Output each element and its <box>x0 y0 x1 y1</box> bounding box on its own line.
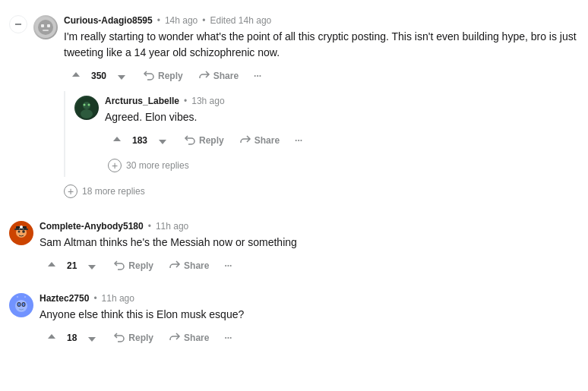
comment-thread: Curious-Adagio8595 • 14h ago • Edited 14… <box>0 0 588 362</box>
comment-edited-value: Edited 14h ago <box>210 15 272 26</box>
upvote-button-2[interactable] <box>40 257 64 275</box>
comment-text: I'm really starting to wonder what's the… <box>64 29 579 61</box>
nested-more-icon: ··· <box>295 135 302 146</box>
more-replies-18-label: 18 more replies <box>82 186 145 197</box>
svg-point-24 <box>23 303 25 306</box>
downvote-button[interactable] <box>109 67 134 85</box>
avatar <box>33 15 58 39</box>
comment-body-2: Complete-Anybody5180 • 11h ago Sam Altma… <box>40 221 579 275</box>
more-icon-2: ··· <box>224 260 232 271</box>
nested-reply-label: Reply <box>199 135 224 146</box>
avatar-complete <box>9 221 33 245</box>
svg-point-10 <box>88 104 90 106</box>
svg-rect-4 <box>47 24 50 27</box>
comment-edited: • <box>202 15 205 26</box>
vote-count-3: 18 <box>67 333 77 343</box>
svg-point-9 <box>84 104 86 106</box>
avatar-haztec <box>9 293 33 317</box>
reply-button-3[interactable]: Reply <box>107 329 160 347</box>
comment-item: Curious-Adagio8595 • 14h ago • Edited 14… <box>0 9 588 209</box>
nested-upvote-button[interactable] <box>105 131 129 150</box>
vote-group-3: 18 <box>40 329 104 347</box>
plus-icon-18: + <box>64 184 77 198</box>
share-label: Share <box>213 71 239 81</box>
share-button-2[interactable]: Share <box>163 257 215 275</box>
nested-more-button[interactable]: ··· <box>289 132 308 149</box>
share-label-2: Share <box>184 260 209 271</box>
svg-point-18 <box>22 230 25 233</box>
comment-time: • <box>157 15 160 26</box>
nested-share-label: Share <box>254 135 280 146</box>
more-button-3[interactable]: ··· <box>218 330 238 346</box>
reply-label-3: Reply <box>128 333 153 343</box>
vote-count: 350 <box>91 71 106 81</box>
svg-point-26 <box>17 296 18 298</box>
more-replies-18[interactable]: + 18 more replies <box>64 180 579 203</box>
comment-text-2: Sam Altman thinks he's the Messiah now o… <box>40 235 579 251</box>
comment-body: Curious-Adagio8595 • 14h ago • Edited 14… <box>64 15 579 203</box>
username-3: Haztec2750 <box>40 293 89 304</box>
svg-point-8 <box>81 109 93 118</box>
vote-group: 350 <box>64 67 134 85</box>
nested-comment-body: Arcturus_Labelle • 13h ago Agreed. Elon … <box>105 96 579 150</box>
svg-rect-16 <box>14 229 28 230</box>
nested-comment-header: Arcturus_Labelle • 13h ago <box>105 96 579 106</box>
nested-vote-count: 183 <box>132 135 147 146</box>
svg-point-28 <box>24 296 26 298</box>
more-icon-3: ··· <box>224 333 232 343</box>
nested-action-bar: 183 Reply Share <box>105 131 579 150</box>
vote-count-2: 21 <box>67 260 77 271</box>
plus-icon: + <box>108 159 122 172</box>
share-label-3: Share <box>184 333 209 343</box>
svg-point-2 <box>38 20 53 35</box>
nested-time: 13h ago <box>191 96 224 106</box>
upvote-button[interactable] <box>64 67 88 85</box>
comment-header-2: Complete-Anybody5180 • 11h ago <box>40 221 579 232</box>
action-bar-3: 18 Reply Share ··· <box>40 329 579 347</box>
comment-time-value: 14h ago <box>165 15 198 26</box>
downvote-button-3[interactable] <box>80 329 104 347</box>
share-button-3[interactable]: Share <box>163 329 215 347</box>
nested-comment: Arcturus_Labelle • 13h ago Agreed. Elon … <box>74 91 579 154</box>
reply-label-2: Reply <box>128 260 153 271</box>
nested-comment-container: Arcturus_Labelle • 13h ago Agreed. Elon … <box>64 91 579 177</box>
action-bar: 350 Reply Share ··· <box>64 67 579 85</box>
collapse-button[interactable] <box>9 15 27 33</box>
avatar <box>74 96 99 120</box>
comment-text-3: Anyone else think this is Elon musk esqu… <box>40 307 579 323</box>
svg-rect-3 <box>41 24 44 27</box>
nested-share-button[interactable]: Share <box>233 131 286 150</box>
comment-item-3: Haztec2750 • 11h ago Anyone else think t… <box>0 287 588 353</box>
reply-label: Reply <box>158 71 183 81</box>
nested-reply-button[interactable]: Reply <box>178 131 230 150</box>
time-2: 11h ago <box>156 221 188 232</box>
nested-downvote-button[interactable] <box>150 131 175 150</box>
time-3: 11h ago <box>102 293 134 304</box>
more-replies-30[interactable]: + 30 more replies <box>74 154 579 177</box>
svg-point-13 <box>18 231 21 233</box>
svg-rect-5 <box>43 30 49 31</box>
comment-header: Curious-Adagio8595 • 14h ago • Edited 14… <box>64 15 579 26</box>
username: Curious-Adagio8595 <box>64 15 153 26</box>
comment-body-3: Haztec2750 • 11h ago Anyone else think t… <box>40 293 579 347</box>
reply-button-2[interactable]: Reply <box>107 257 160 275</box>
reply-button[interactable]: Reply <box>137 67 189 85</box>
more-icon: ··· <box>254 71 261 81</box>
username-2: Complete-Anybody5180 <box>40 221 144 232</box>
svg-point-20 <box>15 300 27 312</box>
upvote-button-3[interactable] <box>40 329 64 347</box>
svg-rect-0 <box>15 24 21 25</box>
more-replies-label: 30 more replies <box>126 160 189 171</box>
nested-vote-group: 183 <box>105 131 175 150</box>
comment-header-3: Haztec2750 • 11h ago <box>40 293 579 304</box>
share-button[interactable]: Share <box>192 67 245 85</box>
comment-item-2: Complete-Anybody5180 • 11h ago Sam Altma… <box>0 215 588 281</box>
downvote-button-2[interactable] <box>80 257 104 275</box>
svg-point-17 <box>20 225 23 229</box>
more-button-2[interactable]: ··· <box>218 257 238 274</box>
nested-username: Arcturus_Labelle <box>105 96 179 106</box>
action-bar-2: 21 Reply Share ··· <box>40 257 579 275</box>
more-button[interactable]: ··· <box>248 68 267 84</box>
svg-point-23 <box>18 303 21 306</box>
nested-comment-text: Agreed. Elon vibes. <box>105 109 579 125</box>
